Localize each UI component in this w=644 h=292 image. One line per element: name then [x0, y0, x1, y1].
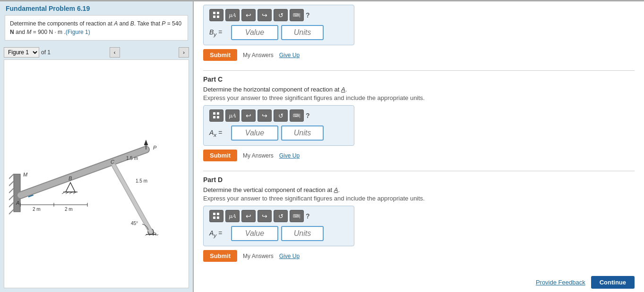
- svg-text:2 m: 2 m: [33, 207, 41, 212]
- partB-help-icon[interactable]: ?: [306, 11, 310, 19]
- figure-link[interactable]: (Figure 1): [66, 29, 90, 35]
- partD-mu-button[interactable]: μA: [225, 210, 240, 222]
- partD-submit-button[interactable]: Submit: [203, 250, 237, 262]
- partC-input-row: Ax =: [209, 125, 348, 141]
- partB-input-row: By =: [209, 25, 348, 40]
- partC-title: Part C: [203, 75, 635, 83]
- partB-grid-button[interactable]: [209, 9, 223, 21]
- svg-text:45°: 45°: [131, 221, 138, 226]
- partD-submit-row: Submit My Answers Give Up: [203, 250, 635, 262]
- problem-desc-text: Determine the components of reaction at …: [10, 20, 181, 35]
- svg-text:P: P: [153, 145, 157, 150]
- problem-title: Fundamental Problem 6.19: [0, 0, 193, 15]
- svg-text:M: M: [23, 172, 28, 177]
- svg-line-2: [9, 181, 14, 186]
- partD-redo-button[interactable]: ↪: [258, 210, 272, 222]
- partB-toolbar: μA ↩ ↪ ↺ ⌨| ?: [209, 9, 348, 21]
- partB-section: μA ↩ ↪ ↺ ⌨| ? By =: [203, 5, 635, 61]
- prev-figure-button[interactable]: ‹: [110, 47, 120, 58]
- footer-row: Provide Feedback Continue: [203, 271, 635, 291]
- left-panel: Fundamental Problem 6.19 Determine the c…: [0, 0, 194, 292]
- svg-line-5: [9, 202, 14, 207]
- partD-units-input[interactable]: [281, 226, 324, 241]
- partC-submit-row: Submit My Answers Give Up: [203, 150, 635, 161]
- partB-variable-label: By =: [209, 28, 228, 37]
- partB-redo-button[interactable]: ↪: [258, 9, 272, 21]
- partD-undo-button[interactable]: ↩: [241, 210, 256, 222]
- partC-submit-button[interactable]: Submit: [203, 150, 237, 161]
- divider-bc: [203, 70, 635, 71]
- partB-undo-button[interactable]: ↩: [241, 9, 256, 21]
- partC-reset-button[interactable]: ↺: [274, 109, 288, 122]
- figure-svg: A B C D: [9, 113, 184, 235]
- partB-value-input[interactable]: [231, 25, 278, 40]
- partC-answer-box: μA ↩ ↪ ↺ ⌨| ? Ax =: [203, 105, 354, 146]
- svg-line-6: [9, 209, 14, 214]
- partB-keyboard-button[interactable]: ⌨|: [290, 9, 304, 21]
- continue-button[interactable]: Continue: [591, 276, 635, 289]
- partC-units-input[interactable]: [281, 125, 324, 141]
- partC-my-answers: My Answers: [243, 152, 274, 159]
- partD-title: Part D: [203, 176, 635, 184]
- partD-section: Part D Determine the vertical component …: [203, 176, 635, 262]
- feedback-link[interactable]: Provide Feedback: [536, 279, 585, 286]
- svg-line-4: [9, 195, 14, 200]
- partD-answer-box: μA ↩ ↪ ↺ ⌨| ? Ay =: [203, 206, 354, 246]
- partB-submit-button[interactable]: Submit: [203, 49, 237, 61]
- partD-subinstruction: Express your answer to three significant…: [203, 195, 635, 202]
- svg-line-23: [144, 234, 147, 235]
- partD-grid-button[interactable]: [209, 210, 223, 222]
- right-panel: μA ↩ ↪ ↺ ⌨| ? By =: [194, 0, 644, 292]
- partB-give-up[interactable]: Give Up: [279, 52, 300, 58]
- partD-keyboard-button[interactable]: ⌨|: [290, 210, 304, 222]
- partC-toolbar: μA ↩ ↪ ↺ ⌨| ?: [209, 109, 348, 122]
- figure-select[interactable]: Figure 1: [4, 47, 39, 58]
- partC-instruction: Determine the horizontal component of re…: [203, 86, 635, 93]
- partC-subinstruction: Express your answer to three significant…: [203, 94, 635, 101]
- figure-area: A B C D: [4, 59, 189, 288]
- partD-instruction: Determine the vertical component of reac…: [203, 186, 635, 193]
- svg-line-1: [9, 174, 14, 179]
- partD-variable-label: Ay =: [209, 229, 228, 238]
- partC-section: Part C Determine the horizontal componen…: [203, 75, 635, 161]
- partC-keyboard-button[interactable]: ⌨|: [290, 109, 304, 122]
- partC-grid-button[interactable]: [209, 109, 223, 122]
- partD-give-up[interactable]: Give Up: [279, 253, 300, 259]
- next-figure-button[interactable]: ›: [179, 47, 189, 58]
- svg-text:B: B: [69, 175, 72, 181]
- partB-answer-box: μA ↩ ↪ ↺ ⌨| ? By =: [203, 5, 354, 45]
- divider-cd: [203, 171, 635, 171]
- partD-help-icon[interactable]: ?: [306, 212, 310, 220]
- partC-value-input[interactable]: [231, 125, 278, 141]
- partD-toolbar: μA ↩ ↪ ↺ ⌨| ?: [209, 210, 348, 222]
- partC-redo-button[interactable]: ↪: [258, 109, 272, 122]
- svg-text:1.5 m: 1.5 m: [136, 178, 147, 184]
- partD-my-answers: My Answers: [243, 253, 274, 259]
- partB-mu-button[interactable]: μA: [225, 9, 240, 21]
- partD-reset-button[interactable]: ↺: [274, 210, 288, 222]
- svg-text:D: D: [153, 232, 156, 235]
- partC-variable-label: Ax =: [209, 129, 228, 138]
- svg-text:A: A: [16, 200, 19, 206]
- partC-help-icon[interactable]: ?: [306, 112, 310, 119]
- partD-input-row: Ay =: [209, 226, 348, 241]
- partC-mu-button[interactable]: μA: [225, 109, 240, 122]
- partB-reset-button[interactable]: ↺: [274, 9, 288, 21]
- partD-value-input[interactable]: [231, 226, 278, 241]
- partC-undo-button[interactable]: ↩: [241, 109, 256, 122]
- svg-marker-12: [66, 183, 75, 192]
- partC-give-up[interactable]: Give Up: [279, 152, 300, 159]
- partB-my-answers: My Answers: [243, 52, 274, 58]
- figure-controls: Figure 1 of 1 ‹ ›: [0, 45, 193, 59]
- problem-description: Determine the components of reaction at …: [5, 15, 188, 41]
- partB-units-input[interactable]: [281, 25, 324, 40]
- svg-text:2 m: 2 m: [65, 207, 73, 212]
- figure-of-label: of 1: [41, 49, 51, 56]
- partB-submit-row: Submit My Answers Give Up: [203, 49, 635, 61]
- svg-text:1.5 m: 1.5 m: [126, 156, 138, 161]
- svg-line-3: [9, 188, 14, 193]
